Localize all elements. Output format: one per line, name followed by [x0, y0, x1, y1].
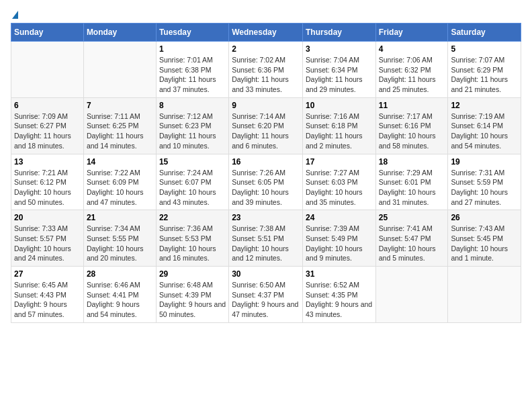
- calendar-week-row: 1Sunrise: 7:01 AMSunset: 6:38 PMDaylight…: [11, 42, 521, 98]
- calendar-week-row: 6Sunrise: 7:09 AMSunset: 6:27 PMDaylight…: [11, 97, 521, 154]
- day-number: 21: [87, 213, 153, 222]
- header-day-friday: Friday: [375, 24, 448, 42]
- calendar-day-cell: [375, 267, 448, 323]
- day-number: 24: [306, 213, 373, 222]
- day-info: Sunrise: 7:04 AMSunset: 6:34 PMDaylight:…: [306, 55, 373, 95]
- day-info: Sunrise: 7:09 AMSunset: 6:27 PMDaylight:…: [14, 111, 81, 151]
- day-info: Sunrise: 7:14 AMSunset: 6:20 PMDaylight:…: [232, 111, 300, 151]
- day-info: Sunrise: 7:31 AMSunset: 5:59 PMDaylight:…: [451, 168, 518, 208]
- calendar-day-cell: 7Sunrise: 7:11 AMSunset: 6:25 PMDaylight…: [83, 97, 156, 154]
- day-number: 26: [451, 213, 518, 222]
- calendar-day-cell: 31Sunrise: 6:52 AMSunset: 4:35 PMDayligh…: [302, 267, 375, 323]
- calendar-header-row: SundayMondayTuesdayWednesdayThursdayFrid…: [11, 24, 521, 42]
- day-info: Sunrise: 7:19 AMSunset: 6:14 PMDaylight:…: [451, 111, 518, 151]
- calendar-day-cell: 2Sunrise: 7:02 AMSunset: 6:36 PMDaylight…: [229, 42, 303, 98]
- day-number: 12: [451, 101, 518, 110]
- day-number: 8: [159, 101, 226, 110]
- day-info: Sunrise: 7:39 AMSunset: 5:49 PMDaylight:…: [306, 224, 373, 263]
- calendar-day-cell: [83, 42, 156, 98]
- day-info: Sunrise: 6:52 AMSunset: 4:35 PMDaylight:…: [306, 280, 373, 320]
- day-info: Sunrise: 7:41 AMSunset: 5:47 PMDaylight:…: [379, 224, 445, 263]
- calendar-day-cell: 5Sunrise: 7:07 AMSunset: 6:29 PMDaylight…: [448, 42, 521, 98]
- day-number: 10: [306, 101, 373, 110]
- calendar-day-cell: 4Sunrise: 7:06 AMSunset: 6:32 PMDaylight…: [375, 42, 448, 98]
- day-number: 16: [232, 157, 300, 167]
- calendar-day-cell: 6Sunrise: 7:09 AMSunset: 6:27 PMDaylight…: [11, 97, 84, 154]
- calendar-day-cell: 19Sunrise: 7:31 AMSunset: 5:59 PMDayligh…: [448, 154, 521, 210]
- calendar-week-row: 27Sunrise: 6:45 AMSunset: 4:43 PMDayligh…: [11, 267, 521, 323]
- calendar-day-cell: [11, 42, 84, 98]
- day-number: 15: [159, 157, 226, 167]
- calendar-day-cell: 10Sunrise: 7:16 AMSunset: 6:18 PMDayligh…: [302, 97, 375, 154]
- day-info: Sunrise: 7:17 AMSunset: 6:16 PMDaylight:…: [379, 111, 445, 151]
- day-info: Sunrise: 6:46 AMSunset: 4:41 PMDaylight:…: [87, 280, 153, 320]
- calendar-day-cell: 21Sunrise: 7:34 AMSunset: 5:55 PMDayligh…: [83, 210, 156, 267]
- day-info: Sunrise: 7:24 AMSunset: 6:07 PMDaylight:…: [159, 168, 226, 208]
- calendar-day-cell: 17Sunrise: 7:27 AMSunset: 6:03 PMDayligh…: [302, 154, 375, 210]
- day-info: Sunrise: 6:50 AMSunset: 4:37 PMDaylight:…: [232, 280, 300, 320]
- day-number: 23: [232, 213, 300, 222]
- day-info: Sunrise: 7:36 AMSunset: 5:53 PMDaylight:…: [159, 224, 226, 263]
- calendar-day-cell: 24Sunrise: 7:39 AMSunset: 5:49 PMDayligh…: [302, 210, 375, 267]
- day-number: 7: [87, 101, 153, 110]
- calendar-day-cell: 16Sunrise: 7:26 AMSunset: 6:05 PMDayligh…: [229, 154, 303, 210]
- logo: [11, 11, 18, 17]
- calendar-day-cell: 23Sunrise: 7:38 AMSunset: 5:51 PMDayligh…: [229, 210, 303, 267]
- day-info: Sunrise: 7:22 AMSunset: 6:09 PMDaylight:…: [87, 168, 153, 208]
- calendar-day-cell: 3Sunrise: 7:04 AMSunset: 6:34 PMDaylight…: [302, 42, 375, 98]
- calendar-day-cell: [448, 267, 521, 323]
- day-info: Sunrise: 7:43 AMSunset: 5:45 PMDaylight:…: [451, 224, 518, 263]
- day-info: Sunrise: 7:38 AMSunset: 5:51 PMDaylight:…: [232, 224, 300, 263]
- day-number: 13: [14, 157, 81, 167]
- header: [11, 11, 521, 17]
- calendar-day-cell: 1Sunrise: 7:01 AMSunset: 6:38 PMDaylight…: [156, 42, 228, 98]
- calendar-day-cell: 8Sunrise: 7:12 AMSunset: 6:23 PMDaylight…: [156, 97, 228, 154]
- calendar-day-cell: 14Sunrise: 7:22 AMSunset: 6:09 PMDayligh…: [83, 154, 156, 210]
- calendar-week-row: 13Sunrise: 7:21 AMSunset: 6:12 PMDayligh…: [11, 154, 521, 210]
- day-number: 1: [159, 44, 226, 54]
- calendar-day-cell: 22Sunrise: 7:36 AMSunset: 5:53 PMDayligh…: [156, 210, 228, 267]
- logo-triangle-icon: [12, 11, 18, 19]
- header-day-wednesday: Wednesday: [229, 24, 303, 42]
- calendar-week-row: 20Sunrise: 7:33 AMSunset: 5:57 PMDayligh…: [11, 210, 521, 267]
- day-info: Sunrise: 7:02 AMSunset: 6:36 PMDaylight:…: [232, 55, 300, 95]
- header-day-tuesday: Tuesday: [156, 24, 228, 42]
- day-number: 22: [159, 213, 226, 222]
- day-number: 3: [306, 44, 373, 54]
- calendar-day-cell: 20Sunrise: 7:33 AMSunset: 5:57 PMDayligh…: [11, 210, 84, 267]
- calendar-day-cell: 26Sunrise: 7:43 AMSunset: 5:45 PMDayligh…: [448, 210, 521, 267]
- calendar-day-cell: 11Sunrise: 7:17 AMSunset: 6:16 PMDayligh…: [375, 97, 448, 154]
- calendar-day-cell: 29Sunrise: 6:48 AMSunset: 4:39 PMDayligh…: [156, 267, 228, 323]
- day-number: 17: [306, 157, 373, 167]
- day-number: 18: [379, 157, 445, 167]
- day-info: Sunrise: 7:29 AMSunset: 6:01 PMDaylight:…: [379, 168, 445, 208]
- day-number: 28: [87, 269, 153, 279]
- calendar-day-cell: 12Sunrise: 7:19 AMSunset: 6:14 PMDayligh…: [448, 97, 521, 154]
- day-number: 25: [379, 213, 445, 222]
- day-info: Sunrise: 7:33 AMSunset: 5:57 PMDaylight:…: [14, 224, 81, 263]
- day-info: Sunrise: 7:06 AMSunset: 6:32 PMDaylight:…: [379, 55, 445, 95]
- day-info: Sunrise: 7:34 AMSunset: 5:55 PMDaylight:…: [87, 224, 153, 263]
- day-number: 9: [232, 101, 300, 110]
- calendar-day-cell: 9Sunrise: 7:14 AMSunset: 6:20 PMDaylight…: [229, 97, 303, 154]
- header-day-saturday: Saturday: [448, 24, 521, 42]
- day-info: Sunrise: 7:27 AMSunset: 6:03 PMDaylight:…: [306, 168, 373, 208]
- day-info: Sunrise: 7:01 AMSunset: 6:38 PMDaylight:…: [159, 55, 226, 95]
- day-number: 6: [14, 101, 81, 110]
- calendar-day-cell: 15Sunrise: 7:24 AMSunset: 6:07 PMDayligh…: [156, 154, 228, 210]
- day-info: Sunrise: 6:45 AMSunset: 4:43 PMDaylight:…: [14, 280, 81, 320]
- calendar-day-cell: 13Sunrise: 7:21 AMSunset: 6:12 PMDayligh…: [11, 154, 84, 210]
- day-number: 29: [159, 269, 226, 279]
- day-number: 14: [87, 157, 153, 167]
- day-info: Sunrise: 7:07 AMSunset: 6:29 PMDaylight:…: [451, 55, 518, 95]
- header-day-monday: Monday: [83, 24, 156, 42]
- calendar-day-cell: 28Sunrise: 6:46 AMSunset: 4:41 PMDayligh…: [83, 267, 156, 323]
- header-day-sunday: Sunday: [11, 24, 84, 42]
- day-number: 30: [232, 269, 300, 279]
- day-number: 11: [379, 101, 445, 110]
- day-info: Sunrise: 7:12 AMSunset: 6:23 PMDaylight:…: [159, 111, 226, 151]
- calendar-table: SundayMondayTuesdayWednesdayThursdayFrid…: [11, 23, 521, 323]
- calendar-day-cell: 27Sunrise: 6:45 AMSunset: 4:43 PMDayligh…: [11, 267, 84, 323]
- day-number: 4: [379, 44, 445, 54]
- calendar-day-cell: 18Sunrise: 7:29 AMSunset: 6:01 PMDayligh…: [375, 154, 448, 210]
